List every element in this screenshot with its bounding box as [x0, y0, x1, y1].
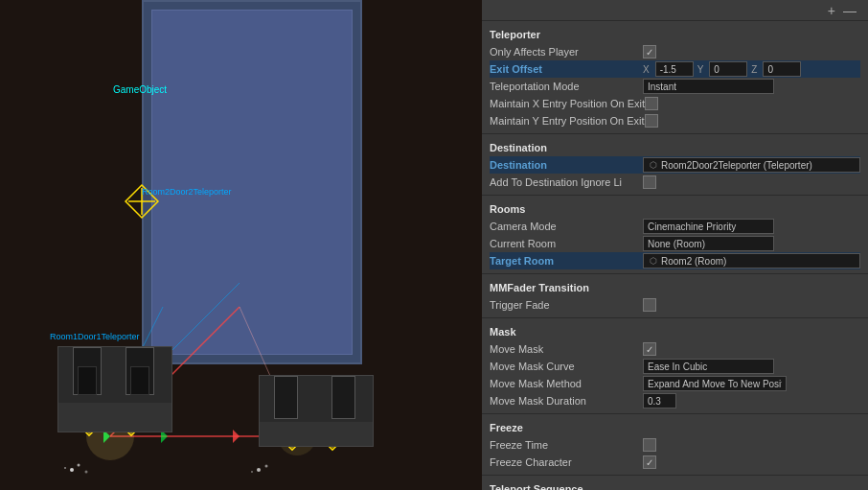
- freeze-character-label: Freeze Character: [490, 456, 643, 468]
- obj-icon: ⬡: [650, 160, 657, 170]
- move-mask-row: Move Mask: [490, 340, 860, 358]
- destination-section: Destination Destination ⬡ Room2Door2Tele…: [482, 134, 868, 196]
- move-mask-curve-row: Move Mask Curve: [490, 358, 860, 375]
- camera-mode-row: Camera Mode: [490, 218, 860, 235]
- add-destination-row: Add To Destination Ignore Li: [490, 174, 860, 191]
- move-mask-method-label: Move Mask Method: [490, 378, 643, 389]
- z-label: Z: [751, 64, 757, 75]
- target-room-value[interactable]: ⬡ Room2 (Room): [643, 253, 860, 268]
- camera-mode-value[interactable]: [643, 219, 774, 234]
- exit-offset-row: Exit Offset X Y Z: [490, 60, 860, 78]
- inspector-panel: + — Teleporter Only Affects Player Exit …: [482, 0, 868, 490]
- maintain-y-label: Maintain Y Entry Position On Exit: [490, 115, 645, 127]
- target-room-label: Target Room: [490, 255, 643, 267]
- only-affects-player-row: Only Affects Player: [490, 43, 860, 60]
- mmfader-title: MMFader Transition: [490, 279, 589, 295]
- maintain-y-entry-row: Maintain Y Entry Position On Exit: [490, 112, 860, 129]
- y-label: Y: [697, 64, 704, 75]
- exit-offset-label: Exit Offset: [490, 63, 643, 75]
- trigger-fade-row: Trigger Fade: [490, 296, 860, 314]
- destination-value[interactable]: ⬡ Room2Door2Teleporter (Teleporter): [643, 157, 860, 173]
- room2-label: Room2Door2Teleporter: [142, 187, 232, 197]
- teleporter-section: Teleporter Only Affects Player Exit Offs…: [482, 21, 868, 134]
- destination-header-row: Destination: [490, 138, 860, 156]
- freeze-time-label: Freeze Time: [490, 439, 643, 451]
- target-room-row: Target Room ⬡ Room2 (Room): [490, 252, 860, 269]
- blue-room: [142, 0, 362, 364]
- mask-header-row: Mask: [490, 322, 860, 340]
- freeze-time-checkbox[interactable]: [643, 438, 656, 452]
- teleport-seq-title: Teleport Sequence: [490, 480, 583, 490]
- move-mask-label: Move Mask: [490, 343, 643, 355]
- current-room-row: Current Room: [490, 235, 860, 252]
- rooms-header-row: Rooms: [490, 199, 860, 218]
- destination-label: Destination: [490, 159, 643, 171]
- teleportation-mode-row: Teleportation Mode: [490, 78, 860, 95]
- mmfader-section: MMFader Transition Trigger Fade: [482, 274, 868, 318]
- maintain-y-checkbox[interactable]: [645, 114, 658, 128]
- teleporter-header-row: Teleporter: [490, 25, 860, 43]
- game-object-label: GameObject: [113, 84, 167, 95]
- freeze-time-row: Freeze Time: [490, 436, 860, 454]
- move-mask-curve-value[interactable]: [643, 359, 774, 374]
- teleportation-mode-label: Teleportation Mode: [490, 81, 643, 92]
- destination-ref-text: Room2Door2Teleporter (Teleporter): [661, 160, 812, 171]
- rooms-title: Rooms: [490, 200, 525, 217]
- blue-room-inner: [151, 10, 353, 355]
- move-mask-duration-value[interactable]: [643, 393, 676, 408]
- add-destination-checkbox[interactable]: [643, 175, 656, 189]
- move-mask-checkbox[interactable]: [643, 342, 656, 356]
- teleporter-title: Teleporter: [490, 26, 540, 42]
- rooms-section: Rooms Camera Mode Current Room Target Ro…: [482, 196, 868, 274]
- x-label: X: [643, 64, 650, 75]
- menu-button[interactable]: —: [839, 3, 860, 18]
- freeze-title: Freeze: [490, 419, 523, 435]
- teleport-sequence-section: Teleport Sequence Initial Delay Fade Out…: [482, 476, 868, 490]
- move-mask-duration-row: Move Mask Duration: [490, 392, 860, 409]
- maintain-x-checkbox[interactable]: [645, 97, 658, 110]
- freeze-character-row: Freeze Character: [490, 454, 860, 471]
- destination-title: Destination: [490, 139, 547, 155]
- add-destination-label: Add To Destination Ignore Li: [490, 176, 643, 188]
- mask-section: Mask Move Mask Move Mask Curve Move Mask…: [482, 318, 868, 414]
- teleport-seq-header-row: Teleport Sequence: [490, 479, 860, 490]
- mask-title: Mask: [490, 323, 516, 339]
- exit-offset-x[interactable]: [655, 61, 694, 77]
- exit-offset-z[interactable]: [763, 61, 801, 77]
- current-room-value[interactable]: [643, 236, 774, 251]
- maintain-x-label: Maintain X Entry Position On Exit: [490, 98, 645, 109]
- freeze-character-checkbox[interactable]: [643, 455, 656, 469]
- move-mask-duration-label: Move Mask Duration: [490, 395, 643, 407]
- target-room-text: Room2 (Room): [661, 256, 726, 267]
- freeze-section: Freeze Freeze Time Freeze Character: [482, 414, 868, 476]
- room1-label: Room1Door1Teleporter: [50, 332, 140, 341]
- exit-offset-y[interactable]: [709, 61, 747, 77]
- freeze-header-row: Freeze: [490, 418, 860, 436]
- camera-mode-label: Camera Mode: [490, 221, 643, 232]
- mmfader-header-row: MMFader Transition: [490, 278, 860, 296]
- teleportation-mode-value[interactable]: [643, 79, 774, 94]
- only-affects-player-checkbox[interactable]: [643, 45, 656, 58]
- only-affects-player-label: Only Affects Player: [490, 46, 643, 58]
- move-mask-curve-label: Move Mask Curve: [490, 361, 643, 372]
- current-room-label: Current Room: [490, 238, 643, 249]
- add-button[interactable]: +: [824, 3, 839, 18]
- game-view: GameObject Room1Door1Teleporter Room2Doo…: [0, 0, 482, 490]
- inspector-topbar: + —: [482, 0, 868, 21]
- move-mask-method-row: Move Mask Method: [490, 375, 860, 392]
- room-icon: ⬡: [650, 256, 657, 266]
- trigger-fade-checkbox[interactable]: [643, 298, 656, 312]
- move-mask-method-value[interactable]: [643, 376, 787, 391]
- exit-offset-xyz: X Y Z: [643, 61, 801, 77]
- trigger-fade-label: Trigger Fade: [490, 299, 643, 311]
- maintain-x-entry-row: Maintain X Entry Position On Exit: [490, 95, 860, 112]
- destination-row: Destination ⬡ Room2Door2Teleporter (Tele…: [490, 156, 860, 174]
